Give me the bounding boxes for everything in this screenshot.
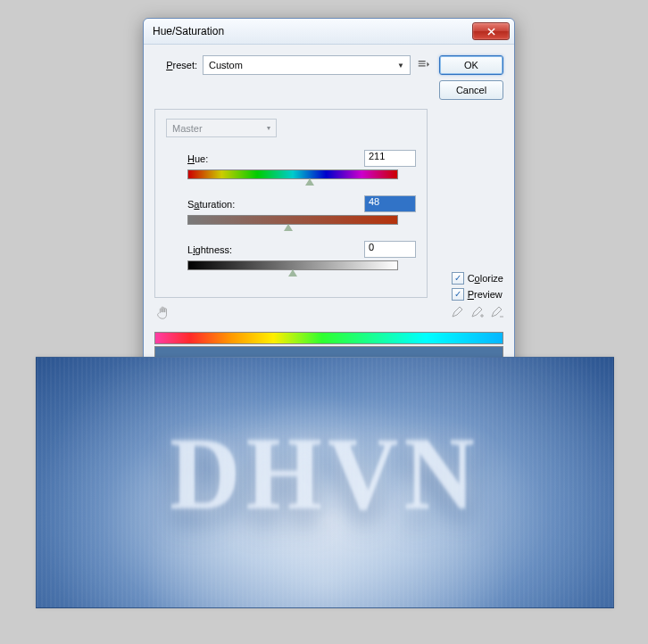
close-button[interactable] (472, 22, 510, 40)
hue-thumb[interactable] (305, 178, 314, 186)
lightness-input[interactable]: 0 (364, 241, 416, 258)
preset-dropdown[interactable]: Custom ▼ (203, 55, 411, 75)
ok-button[interactable]: OK (439, 55, 503, 75)
channel-value: Master (172, 123, 203, 134)
targeted-adjustment-icon[interactable] (154, 305, 170, 323)
hue-saturation-dialog: Hue/Saturation Preset: Custom ▼ OK Cance… (143, 18, 515, 372)
check-icon: ✓ (452, 288, 464, 301)
preview-label: Preview (468, 289, 503, 300)
saturation-slider[interactable] (187, 215, 398, 225)
saturation-thumb[interactable] (284, 224, 293, 231)
saturation-input[interactable]: 48 (364, 195, 416, 212)
image-preview: DHVN (36, 357, 614, 608)
color-range-bars (154, 332, 503, 359)
preset-label: Preset: (154, 60, 197, 70)
dialog-body: Preset: Custom ▼ OK Cancel Master ▾ (144, 45, 514, 371)
preset-menu-icon[interactable] (416, 58, 430, 72)
dialog-title: Hue/Saturation (153, 25, 224, 37)
lightness-slider[interactable] (187, 260, 398, 270)
lightness-thumb[interactable] (288, 269, 297, 277)
preset-value: Custom (209, 60, 243, 70)
colorize-checkbox[interactable]: ✓ Colorize (452, 272, 503, 285)
preview-checkbox[interactable]: ✓ Preview (452, 288, 503, 301)
titlebar[interactable]: Hue/Saturation (144, 19, 514, 45)
chevron-down-icon: ▼ (397, 62, 404, 70)
saturation-label: Saturation: (187, 199, 235, 210)
hue-input[interactable]: 211 (364, 150, 416, 167)
hue-label: Hue: (187, 153, 208, 164)
check-icon: ✓ (452, 272, 464, 285)
cancel-button[interactable]: Cancel (439, 80, 503, 100)
colorize-label: Colorize (468, 273, 503, 284)
hue-slider[interactable] (187, 169, 398, 179)
lightness-label: Lightness: (187, 244, 232, 255)
eyedropper-icon[interactable] (450, 306, 464, 322)
chevron-down-icon: ▾ (267, 124, 270, 132)
channel-dropdown: Master ▾ (166, 119, 277, 137)
eyedropper-add-icon[interactable] (469, 306, 484, 322)
rainbow-bar (154, 332, 503, 344)
preview-text: DHVN (170, 414, 480, 533)
eyedropper-subtract-icon[interactable] (489, 306, 503, 322)
slider-group: Master ▾ Hue: 211 Saturation: 48 (154, 109, 428, 298)
